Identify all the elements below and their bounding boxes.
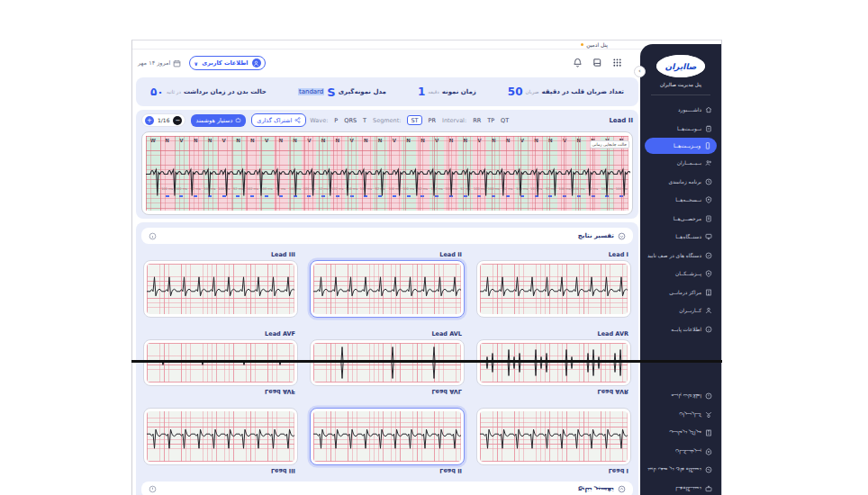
lead-card[interactable] [476, 260, 631, 318]
legend-item-st[interactable]: ST [407, 115, 421, 125]
appointments-icon [705, 125, 712, 132]
legend-item-t[interactable]: T [363, 117, 366, 124]
legend-group-label: Segment: [373, 117, 401, 124]
bell-icon[interactable] [573, 58, 583, 68]
stat-sub: در ثانیه [167, 89, 181, 94]
lead-card[interactable] [310, 260, 465, 318]
strip-tooltip: حالت جابجایی زمانی [590, 140, 629, 148]
stat-label: حالت بدن در زمان برداشت [184, 88, 267, 95]
legend-item-pr[interactable]: PR [429, 117, 436, 124]
stat-1: زمان نمونهدقیقه1 [418, 86, 476, 98]
lead-cell-lead-iii: Lead III [143, 260, 298, 318]
info-icon[interactable] [149, 232, 157, 240]
sidebar-item-label: مرخصــی‌هــا [674, 216, 701, 221]
circle-chevron-icon[interactable] [618, 232, 626, 240]
sidebar: ‹ صاایران پنل مدیریت صاایران داشــــبورد… [640, 44, 721, 495]
lead-card[interactable] [143, 339, 298, 397]
stat-sub: دقیقه [428, 89, 439, 94]
sidebar-item-label: پــزشــکــان [675, 271, 701, 276]
header-left-cluster: اطلاعات کاربری ∨ امروز ۱۴ مهر [138, 56, 266, 70]
legend-item-rr[interactable]: RR [473, 117, 481, 124]
lead-card-label: Lead AVR [598, 330, 628, 338]
home-icon [705, 106, 712, 113]
users-icon [705, 307, 712, 314]
ecg-strip-card[interactable]: WN100 msV100 msN52 msN100 msV100 msN52 m… [141, 131, 633, 215]
share-button[interactable]: اشتراک گذاری [251, 113, 306, 127]
lead-cell-lead-avl: Lead AVL [310, 339, 465, 397]
sidebar-divider [651, 94, 710, 95]
sidebar-item-2[interactable]: ویــزیــت‌هــا [645, 138, 717, 154]
share-icon [294, 117, 301, 123]
zoom-out-button[interactable]: − [173, 116, 182, 125]
user-info-label: اطلاعات کاربری [202, 59, 248, 67]
stat-2: مدل نمونه‌گیریStandard [298, 86, 386, 99]
stats-bar: تعداد ضربان قلب در دقیقهضربان50زمان نمون… [136, 77, 638, 106]
zoom-value: 1/16 [158, 117, 169, 123]
sidebar-item-0[interactable]: داشــــبورد [640, 101, 721, 120]
window-topbar: پنل ادمین [132, 40, 642, 50]
sidebar-item-11[interactable]: کــاربــران [640, 302, 721, 320]
legend-item-qrs[interactable]: QRS [344, 117, 357, 124]
visits-icon [704, 142, 711, 149]
lead-cell-lead-i: Lead I [476, 260, 631, 318]
legend-item-tp[interactable]: TP [487, 117, 494, 124]
ecg-trace [480, 343, 628, 393]
app-window: ‹ صاایران پنل مدیریت صاایران داشــــبورد… [131, 40, 722, 495]
sidebar-item-7[interactable]: دستــگاه‌هــا [640, 228, 721, 247]
lead-card[interactable] [476, 339, 631, 397]
sidebar-item-1[interactable]: نــوبــت‌هــا [640, 120, 721, 139]
smart-assistant-button[interactable]: دستیار هوشمند [191, 114, 246, 127]
sidebar-item-label: دستگاه های در صف تایید [647, 253, 701, 258]
legend-item-qt[interactable]: QT [501, 117, 509, 124]
user-avatar-icon [252, 58, 261, 68]
header: اطلاعات کاربری ∨ امروز ۱۴ مهر [132, 50, 642, 78]
sidebar-menu: داشــــبوردنــوبــت‌هــاویــزیــت‌هــابـ… [640, 99, 721, 338]
ecg-trace [313, 343, 461, 393]
lead-card-label: Lead I [609, 251, 628, 258]
lead-card-grid [313, 264, 461, 314]
smart-assistant-label: دستیار هوشمند [195, 117, 232, 124]
sidebar-item-10[interactable]: مراکز درمانــی [640, 284, 721, 302]
legend-item-p[interactable]: P [334, 117, 338, 124]
stat-value-rest: tandard [298, 88, 324, 95]
assistant-icon [235, 117, 241, 123]
sidebar-item-3[interactable]: بــیــمــاران [640, 154, 721, 173]
lead-card[interactable] [143, 260, 298, 318]
sidebar-item-label: نــوبــت‌هــا [677, 126, 701, 131]
results-header-bar[interactable]: تفسیر نتایج [141, 228, 633, 244]
lead-card-grid [147, 343, 294, 393]
date-picker[interactable]: امروز ۱۴ مهر [138, 59, 181, 68]
user-info-button[interactable]: اطلاعات کاربری ∨ [189, 56, 265, 70]
sidebar-item-label: کــاربــران [679, 308, 701, 313]
stat-sub: ضربان [526, 89, 539, 94]
book-icon[interactable] [592, 58, 602, 68]
prescriptions-icon [705, 196, 712, 203]
sidebar-item-5[interactable]: نــسخــه‌هــا [640, 191, 721, 210]
sidebar-item-8[interactable]: دستگاه های در صف تایید [640, 247, 721, 266]
legend-group-label: Wave: [310, 117, 328, 124]
status-dot [581, 43, 583, 46]
ecg-trace [147, 264, 294, 314]
sidebar-item-label: مراکز درمانــی [669, 290, 701, 295]
sidebar-item-9[interactable]: پــزشــکــان [640, 265, 721, 284]
zoom-control: + 1/16 − [141, 113, 185, 127]
zoom-in-button[interactable]: + [145, 116, 154, 125]
ecg-trace [146, 136, 630, 212]
admin-panel-text: پنل ادمین [586, 41, 608, 48]
sidebar-item-6[interactable]: مرخصــی‌هــا [640, 210, 721, 229]
logo: صاایران [656, 55, 705, 77]
legend-group-label: Interval: [442, 117, 466, 124]
lead-card[interactable] [310, 339, 465, 397]
lead-row-1: Lead IIILead IILead I [143, 260, 631, 318]
sidebar-item-label: ویــزیــت‌هــا [674, 143, 701, 148]
apps-grid-icon[interactable] [612, 58, 622, 68]
sidebar-item-label: دستــگاه‌هــا [675, 234, 701, 239]
logo-text: صاایران [665, 62, 697, 71]
schedule-icon [705, 178, 712, 185]
devices-icon [705, 233, 712, 240]
lead-card-grid [480, 343, 628, 393]
sidebar-item-12[interactable]: اطلاعات پایــه [640, 320, 721, 339]
sidebar-item-4[interactable]: برنامه زمانبندی [640, 173, 721, 192]
wave-legend: Wave:PQRSTSegment:STPRInterval:RRTPQT [306, 115, 509, 125]
stat-label: تعداد ضربان قلب در دقیقه [541, 88, 624, 95]
